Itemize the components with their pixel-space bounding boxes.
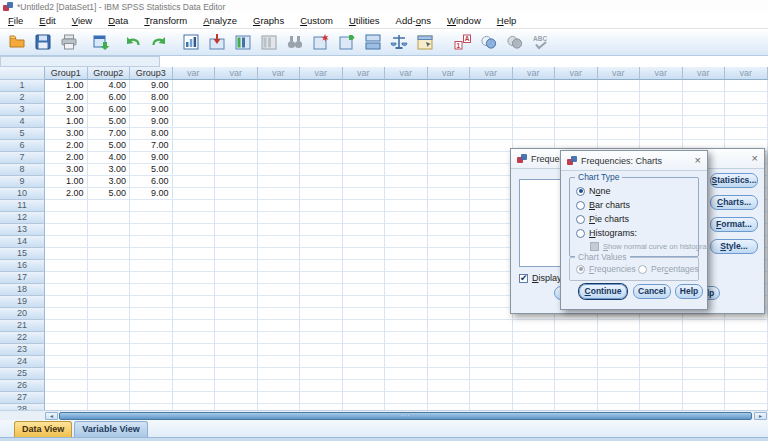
grid-cell[interactable] [88, 356, 131, 368]
grid-cell[interactable] [215, 332, 258, 344]
grid-cell[interactable] [513, 80, 556, 92]
goto-chart-icon[interactable] [178, 31, 204, 54]
grid-cell[interactable] [640, 344, 683, 356]
grid-cell[interactable] [385, 356, 428, 368]
grid-cell[interactable] [258, 308, 301, 320]
grid-cell[interactable] [640, 392, 683, 404]
style-button[interactable]: Style... [710, 239, 758, 254]
row-header[interactable]: 8 [0, 164, 45, 176]
row-header[interactable]: 22 [0, 332, 45, 344]
grid-cell[interactable] [470, 380, 513, 392]
grid-cell[interactable] [343, 212, 386, 224]
close-icon[interactable]: × [695, 155, 701, 166]
grid-cell[interactable] [513, 128, 556, 140]
grid-cell[interactable] [130, 284, 173, 296]
grid-cell[interactable] [385, 200, 428, 212]
grid-cell[interactable] [428, 164, 471, 176]
grid-cell[interactable] [428, 392, 471, 404]
grid-cell[interactable] [598, 368, 641, 380]
grid-cell[interactable] [88, 200, 131, 212]
find-icon[interactable] [282, 31, 308, 54]
grid-cell[interactable] [428, 356, 471, 368]
grid-cell[interactable] [683, 344, 726, 356]
grid-cell[interactable] [428, 248, 471, 260]
grid-cell[interactable] [300, 248, 343, 260]
charts-dialog-titlebar[interactable]: Frequencies: Charts × [561, 151, 707, 171]
grid-cell[interactable] [300, 368, 343, 380]
help-button[interactable]: Help [675, 284, 703, 299]
show-normal-curve-checkbox[interactable] [590, 242, 599, 251]
column-header-var[interactable]: var [385, 67, 428, 80]
print-icon[interactable] [56, 31, 82, 54]
grid-cell[interactable] [513, 392, 556, 404]
grid-cell[interactable] [683, 128, 726, 140]
grid-cell[interactable] [343, 272, 386, 284]
grid-cell[interactable] [45, 356, 88, 368]
grid-cell[interactable] [725, 320, 768, 332]
charts-button[interactable]: Charts... [710, 195, 758, 210]
grid-cell[interactable] [470, 344, 513, 356]
goto-variable-icon[interactable] [230, 31, 256, 54]
grid-cell[interactable] [173, 296, 216, 308]
grid-cell[interactable] [300, 380, 343, 392]
grid-cell[interactable] [470, 152, 513, 164]
grid-cell[interactable] [428, 188, 471, 200]
grid-cell[interactable] [215, 272, 258, 284]
grid-cell[interactable] [173, 368, 216, 380]
grid-cell[interactable] [428, 368, 471, 380]
grid-cell[interactable] [428, 116, 471, 128]
grid-cell[interactable] [88, 344, 131, 356]
grid-cell[interactable] [173, 380, 216, 392]
grid-cell[interactable] [343, 152, 386, 164]
grid-cell[interactable] [45, 344, 88, 356]
grid-cell[interactable] [300, 332, 343, 344]
weight-cases-icon[interactable] [386, 31, 412, 54]
grid-cell[interactable]: 3.00 [45, 164, 88, 176]
grid-cell[interactable] [258, 176, 301, 188]
grid-cell[interactable] [428, 260, 471, 272]
grid-cell[interactable] [173, 308, 216, 320]
grid-cell[interactable] [385, 392, 428, 404]
tab-variable-view[interactable]: Variable View [74, 421, 147, 437]
grid-cell[interactable] [513, 332, 556, 344]
grid-cell[interactable] [385, 188, 428, 200]
grid-cell[interactable] [385, 308, 428, 320]
grid-cell[interactable] [258, 272, 301, 284]
grid-cell[interactable] [725, 392, 768, 404]
grid-cell[interactable] [215, 236, 258, 248]
grid-cell[interactable] [725, 128, 768, 140]
grid-cell[interactable] [130, 296, 173, 308]
row-header[interactable]: 17 [0, 272, 45, 284]
grid-cell[interactable] [130, 248, 173, 260]
grid-cell[interactable] [130, 368, 173, 380]
grid-cell[interactable] [428, 284, 471, 296]
grid-cell[interactable] [45, 296, 88, 308]
grid-cell[interactable] [555, 368, 598, 380]
grid-cell[interactable] [555, 392, 598, 404]
grid-cell[interactable] [470, 368, 513, 380]
grid-cell[interactable] [683, 392, 726, 404]
grid-cell[interactable] [725, 104, 768, 116]
grid-cell[interactable] [130, 380, 173, 392]
grid-cell[interactable] [555, 92, 598, 104]
radio-pie-charts-icon[interactable] [576, 215, 585, 224]
grid-cell[interactable] [598, 380, 641, 392]
grid-cell[interactable]: 9.00 [130, 116, 173, 128]
grid-cell[interactable]: 9.00 [130, 152, 173, 164]
grid-cell[interactable] [385, 272, 428, 284]
grid-cell[interactable] [343, 392, 386, 404]
grid-cell[interactable] [470, 296, 513, 308]
grid-cell[interactable] [173, 188, 216, 200]
grid-cell[interactable] [385, 380, 428, 392]
column-header-var[interactable]: var [428, 67, 471, 80]
grid-cell[interactable] [215, 140, 258, 152]
grid-cell[interactable] [88, 212, 131, 224]
grid-cell[interactable] [343, 164, 386, 176]
grid-cell[interactable] [385, 284, 428, 296]
save-icon[interactable] [30, 31, 56, 54]
grid-cell[interactable] [130, 308, 173, 320]
grid-cell[interactable] [343, 104, 386, 116]
row-header[interactable]: 2 [0, 92, 45, 104]
grid-cell[interactable] [215, 212, 258, 224]
row-header[interactable]: 14 [0, 236, 45, 248]
